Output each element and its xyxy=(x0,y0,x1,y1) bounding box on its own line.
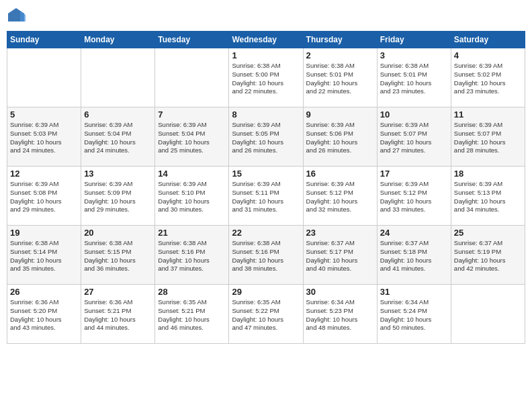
calendar-cell: 15Sunrise: 6:39 AM Sunset: 5:11 PM Dayli… xyxy=(229,167,303,226)
day-info: Sunrise: 6:39 AM Sunset: 5:12 PM Dayligh… xyxy=(380,180,448,214)
day-number: 22 xyxy=(232,228,300,238)
calendar-table: SundayMondayTuesdayWednesdayThursdayFrid… xyxy=(7,31,525,344)
day-info: Sunrise: 6:38 AM Sunset: 5:16 PM Dayligh… xyxy=(158,239,226,273)
day-info: Sunrise: 6:38 AM Sunset: 5:01 PM Dayligh… xyxy=(306,62,374,96)
day-number: 15 xyxy=(232,169,300,179)
calendar-cell: 1Sunrise: 6:38 AM Sunset: 5:00 PM Daylig… xyxy=(229,48,303,107)
logo-icon xyxy=(7,7,26,26)
calendar-cell: 31Sunrise: 6:34 AM Sunset: 5:24 PM Dayli… xyxy=(377,285,451,344)
calendar-cell xyxy=(451,285,525,344)
day-info: Sunrise: 6:36 AM Sunset: 5:20 PM Dayligh… xyxy=(10,298,78,332)
day-info: Sunrise: 6:39 AM Sunset: 5:04 PM Dayligh… xyxy=(84,121,152,155)
col-header-tuesday: Tuesday xyxy=(155,32,229,48)
day-info: Sunrise: 6:39 AM Sunset: 5:02 PM Dayligh… xyxy=(454,62,522,96)
calendar-cell xyxy=(155,48,229,107)
day-number: 9 xyxy=(306,109,374,120)
day-info: Sunrise: 6:39 AM Sunset: 5:10 PM Dayligh… xyxy=(158,180,226,214)
day-number: 13 xyxy=(84,169,152,179)
day-info: Sunrise: 6:39 AM Sunset: 5:03 PM Dayligh… xyxy=(10,121,78,155)
calendar-week-0: 1Sunrise: 6:38 AM Sunset: 5:00 PM Daylig… xyxy=(7,48,525,107)
day-number: 4 xyxy=(454,50,522,60)
calendar-cell: 26Sunrise: 6:36 AM Sunset: 5:20 PM Dayli… xyxy=(7,285,81,344)
header xyxy=(7,7,525,26)
calendar-cell: 3Sunrise: 6:38 AM Sunset: 5:01 PM Daylig… xyxy=(377,48,451,107)
day-number: 25 xyxy=(454,228,522,238)
day-info: Sunrise: 6:38 AM Sunset: 5:15 PM Dayligh… xyxy=(84,239,152,273)
calendar-cell: 6Sunrise: 6:39 AM Sunset: 5:04 PM Daylig… xyxy=(81,107,155,167)
day-info: Sunrise: 6:39 AM Sunset: 5:09 PM Dayligh… xyxy=(84,180,152,214)
day-number: 7 xyxy=(158,109,226,120)
calendar-cell: 23Sunrise: 6:37 AM Sunset: 5:17 PM Dayli… xyxy=(303,226,377,285)
day-number: 5 xyxy=(10,109,78,120)
day-number: 16 xyxy=(306,169,374,179)
calendar-cell: 5Sunrise: 6:39 AM Sunset: 5:03 PM Daylig… xyxy=(7,107,81,167)
calendar-cell: 30Sunrise: 6:34 AM Sunset: 5:23 PM Dayli… xyxy=(303,285,377,344)
calendar-cell: 28Sunrise: 6:35 AM Sunset: 5:21 PM Dayli… xyxy=(155,285,229,344)
day-info: Sunrise: 6:38 AM Sunset: 5:00 PM Dayligh… xyxy=(232,62,300,96)
day-number: 31 xyxy=(380,287,448,297)
calendar-cell: 29Sunrise: 6:35 AM Sunset: 5:22 PM Dayli… xyxy=(229,285,303,344)
day-number: 12 xyxy=(10,169,78,179)
day-info: Sunrise: 6:37 AM Sunset: 5:17 PM Dayligh… xyxy=(306,239,374,273)
calendar-cell: 8Sunrise: 6:39 AM Sunset: 5:05 PM Daylig… xyxy=(229,107,303,167)
day-number: 2 xyxy=(306,50,374,60)
calendar-cell: 25Sunrise: 6:37 AM Sunset: 5:19 PM Dayli… xyxy=(451,226,525,285)
page: SundayMondayTuesdayWednesdayThursdayFrid… xyxy=(0,0,532,411)
calendar-cell: 18Sunrise: 6:39 AM Sunset: 5:13 PM Dayli… xyxy=(451,167,525,226)
day-info: Sunrise: 6:39 AM Sunset: 5:07 PM Dayligh… xyxy=(454,121,522,155)
calendar-cell: 12Sunrise: 6:39 AM Sunset: 5:08 PM Dayli… xyxy=(7,167,81,226)
day-number: 30 xyxy=(306,287,374,297)
day-number: 19 xyxy=(10,228,78,238)
col-header-saturday: Saturday xyxy=(451,32,525,48)
day-number: 18 xyxy=(454,169,522,179)
calendar-cell: 10Sunrise: 6:39 AM Sunset: 5:07 PM Dayli… xyxy=(377,107,451,167)
calendar-cell: 11Sunrise: 6:39 AM Sunset: 5:07 PM Dayli… xyxy=(451,107,525,167)
day-info: Sunrise: 6:39 AM Sunset: 5:07 PM Dayligh… xyxy=(380,121,448,155)
day-info: Sunrise: 6:37 AM Sunset: 5:19 PM Dayligh… xyxy=(454,239,522,273)
day-info: Sunrise: 6:39 AM Sunset: 5:05 PM Dayligh… xyxy=(232,121,300,155)
calendar-week-3: 19Sunrise: 6:38 AM Sunset: 5:14 PM Dayli… xyxy=(7,226,525,285)
col-header-friday: Friday xyxy=(377,32,451,48)
day-info: Sunrise: 6:39 AM Sunset: 5:04 PM Dayligh… xyxy=(158,121,226,155)
day-number: 3 xyxy=(380,50,448,60)
calendar-cell: 27Sunrise: 6:36 AM Sunset: 5:21 PM Dayli… xyxy=(81,285,155,344)
day-info: Sunrise: 6:39 AM Sunset: 5:06 PM Dayligh… xyxy=(306,121,374,155)
calendar-cell: 2Sunrise: 6:38 AM Sunset: 5:01 PM Daylig… xyxy=(303,48,377,107)
day-number: 1 xyxy=(232,50,300,60)
calendar-cell: 17Sunrise: 6:39 AM Sunset: 5:12 PM Dayli… xyxy=(377,167,451,226)
logo xyxy=(7,7,28,26)
day-number: 17 xyxy=(380,169,448,179)
col-header-sunday: Sunday xyxy=(7,32,81,48)
day-info: Sunrise: 6:34 AM Sunset: 5:23 PM Dayligh… xyxy=(306,298,374,332)
day-number: 11 xyxy=(454,109,522,120)
day-info: Sunrise: 6:36 AM Sunset: 5:21 PM Dayligh… xyxy=(84,298,152,332)
day-number: 6 xyxy=(84,109,152,120)
calendar-cell: 14Sunrise: 6:39 AM Sunset: 5:10 PM Dayli… xyxy=(155,167,229,226)
day-number: 28 xyxy=(158,287,226,297)
svg-marker-1 xyxy=(20,11,26,21)
day-info: Sunrise: 6:39 AM Sunset: 5:13 PM Dayligh… xyxy=(454,180,522,214)
calendar-cell: 16Sunrise: 6:39 AM Sunset: 5:12 PM Dayli… xyxy=(303,167,377,226)
col-header-thursday: Thursday xyxy=(303,32,377,48)
calendar-cell xyxy=(7,48,81,107)
calendar-cell: 21Sunrise: 6:38 AM Sunset: 5:16 PM Dayli… xyxy=(155,226,229,285)
calendar-cell: 24Sunrise: 6:37 AM Sunset: 5:18 PM Dayli… xyxy=(377,226,451,285)
day-info: Sunrise: 6:37 AM Sunset: 5:18 PM Dayligh… xyxy=(380,239,448,273)
day-info: Sunrise: 6:38 AM Sunset: 5:01 PM Dayligh… xyxy=(380,62,448,96)
calendar-cell: 22Sunrise: 6:38 AM Sunset: 5:16 PM Dayli… xyxy=(229,226,303,285)
day-number: 27 xyxy=(84,287,152,297)
day-info: Sunrise: 6:39 AM Sunset: 5:12 PM Dayligh… xyxy=(306,180,374,214)
col-header-monday: Monday xyxy=(81,32,155,48)
day-info: Sunrise: 6:39 AM Sunset: 5:11 PM Dayligh… xyxy=(232,180,300,214)
calendar-cell: 7Sunrise: 6:39 AM Sunset: 5:04 PM Daylig… xyxy=(155,107,229,167)
day-info: Sunrise: 6:35 AM Sunset: 5:21 PM Dayligh… xyxy=(158,298,226,332)
calendar-cell: 4Sunrise: 6:39 AM Sunset: 5:02 PM Daylig… xyxy=(451,48,525,107)
col-header-wednesday: Wednesday xyxy=(229,32,303,48)
day-number: 29 xyxy=(232,287,300,297)
day-number: 20 xyxy=(84,228,152,238)
day-number: 10 xyxy=(380,109,448,120)
day-info: Sunrise: 6:38 AM Sunset: 5:16 PM Dayligh… xyxy=(232,239,300,273)
day-info: Sunrise: 6:39 AM Sunset: 5:08 PM Dayligh… xyxy=(10,180,78,214)
day-number: 21 xyxy=(158,228,226,238)
calendar-cell: 19Sunrise: 6:38 AM Sunset: 5:14 PM Dayli… xyxy=(7,226,81,285)
